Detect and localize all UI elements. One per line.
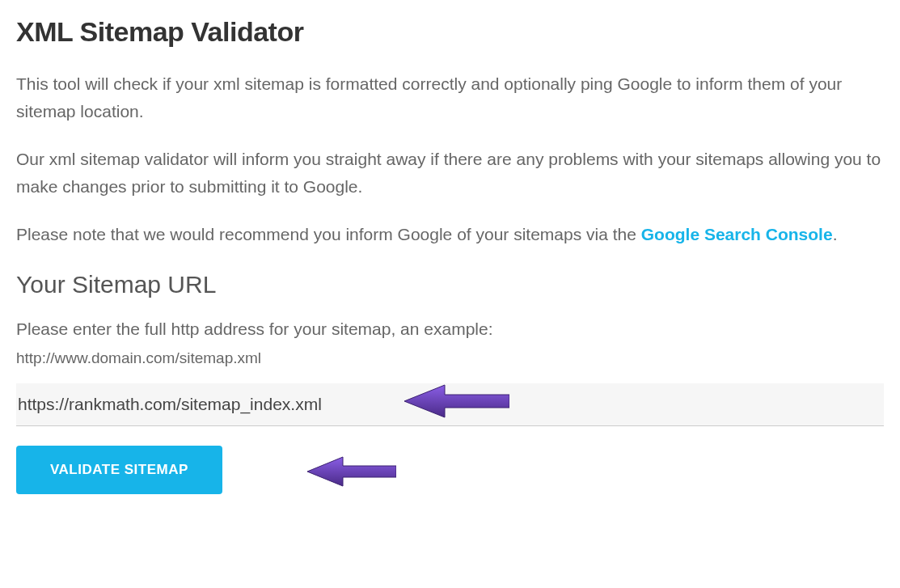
description-paragraph-1: This tool will check if your xml sitemap… — [16, 70, 884, 125]
sitemap-url-heading: Your Sitemap URL — [16, 271, 884, 298]
sitemap-url-input[interactable] — [16, 383, 884, 426]
google-search-console-link[interactable]: Google Search Console — [641, 225, 833, 243]
input-example: http://www.domain.com/sitemap.xml — [16, 349, 884, 367]
description-paragraph-3-suffix: . — [833, 225, 838, 243]
page-title: XML Sitemap Validator — [16, 16, 884, 48]
button-row: VALIDATE SITEMAP — [16, 446, 884, 494]
svg-marker-1 — [307, 457, 396, 486]
description-paragraph-3: Please note that we would recommend you … — [16, 221, 884, 248]
page-container: XML Sitemap Validator This tool will che… — [0, 0, 900, 510]
validate-sitemap-button[interactable]: VALIDATE SITEMAP — [16, 446, 222, 494]
input-hint: Please enter the full http address for y… — [16, 316, 884, 342]
description-paragraph-3-prefix: Please note that we would recommend you … — [16, 225, 641, 243]
input-row — [16, 383, 884, 426]
description-paragraph-2: Our xml sitemap validator will inform yo… — [16, 146, 884, 200]
annotation-arrow-icon — [307, 451, 396, 493]
